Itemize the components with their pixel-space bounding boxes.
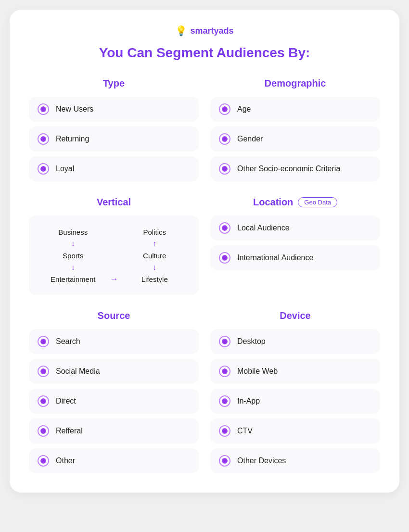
- radio-icon: [219, 103, 230, 115]
- up-arrow-icon: ↑: [153, 239, 156, 249]
- main-card: 💡 smartyads You Can Segment Audiences By…: [10, 10, 399, 493]
- list-item: Desktop: [210, 329, 380, 354]
- item-label: Gender: [237, 135, 263, 143]
- vert-item: Lifestyle: [141, 272, 168, 286]
- list-item: In-App: [210, 389, 380, 414]
- list-item: Other Devices: [210, 448, 380, 473]
- section-source: Source Search Social Media Direct Reffer…: [29, 310, 199, 473]
- item-label: Refferal: [56, 427, 83, 435]
- item-label: New Users: [56, 105, 93, 114]
- list-item: Local Audience: [210, 215, 380, 241]
- section-vertical: Vertical Business ↓ Sports ↓ Entertainme…: [29, 197, 199, 295]
- item-label: International Audience: [237, 253, 313, 262]
- item-label: Other Devices: [237, 456, 286, 465]
- main-title: You Can Segment Audiences By:: [29, 45, 380, 61]
- radio-icon: [38, 133, 49, 145]
- section-location-title-row: Location Geo Data: [210, 197, 380, 208]
- section-location-title: Location: [253, 197, 293, 208]
- radio-icon: [219, 425, 230, 437]
- vert-item: Culture: [143, 249, 166, 263]
- radio-icon: [38, 163, 49, 175]
- down-arrow-icon: ↓: [153, 263, 156, 272]
- item-label: In-App: [237, 397, 260, 405]
- item-label: Other Socio-economic Criteria: [237, 165, 340, 173]
- item-label: Desktop: [237, 337, 266, 346]
- section-device-title: Device: [210, 310, 380, 321]
- radio-icon: [38, 455, 49, 467]
- item-label: Local Audience: [237, 224, 290, 232]
- vert-col-right: Politics ↑ Culture ↓ Lifestyle: [118, 225, 192, 286]
- radio-icon: [219, 133, 230, 145]
- list-item: Other: [29, 448, 199, 473]
- list-item: Refferal: [29, 418, 199, 443]
- vert-item: Entertainment: [51, 272, 95, 286]
- radio-icon: [38, 336, 49, 347]
- item-label: Loyal: [56, 165, 74, 173]
- section-type: Type New Users Returning Loyal: [29, 78, 199, 181]
- list-item: Direct: [29, 389, 199, 414]
- item-label: Direct: [56, 397, 76, 405]
- section-demographic-title: Demographic: [210, 78, 380, 89]
- radio-icon: [219, 366, 230, 377]
- radio-icon: [38, 425, 49, 437]
- list-item: Gender: [210, 127, 380, 152]
- logo-icon: 💡: [175, 25, 187, 37]
- vert-item: Politics: [143, 225, 166, 239]
- radio-icon: [219, 395, 230, 407]
- list-item: International Audience: [210, 245, 380, 270]
- list-item: Loyal: [29, 156, 199, 181]
- radio-icon: [219, 222, 230, 234]
- section-location: Location Geo Data Local Audience Interna…: [210, 197, 380, 295]
- section-type-title: Type: [29, 78, 199, 89]
- section-device: Device Desktop Mobile Web In-App CTV Oth…: [210, 310, 380, 473]
- section-source-title: Source: [29, 310, 199, 321]
- item-label: Returning: [56, 135, 89, 143]
- logo-text: smartyads: [190, 26, 233, 36]
- sections-grid: Type New Users Returning Loyal Demograph…: [29, 78, 380, 473]
- item-label: Search: [56, 337, 80, 346]
- item-label: CTV: [237, 427, 253, 435]
- vert-item: Sports: [63, 249, 83, 263]
- geo-data-badge: Geo Data: [298, 197, 337, 207]
- radio-icon: [219, 252, 230, 264]
- radio-icon: [38, 395, 49, 407]
- section-demographic: Demographic Age Gender Other Socio-econo…: [210, 78, 380, 181]
- vertical-inner: Business ↓ Sports ↓ Entertainment → Poli…: [37, 225, 191, 286]
- vertical-box: Business ↓ Sports ↓ Entertainment → Poli…: [29, 215, 199, 295]
- item-label: Mobile Web: [237, 367, 278, 376]
- down-arrow-icon: ↓: [71, 239, 75, 249]
- list-item: Other Socio-economic Criteria: [210, 156, 380, 181]
- vert-item: Business: [58, 225, 88, 239]
- item-label: Age: [237, 105, 251, 114]
- list-item: CTV: [210, 418, 380, 443]
- list-item: Returning: [29, 127, 199, 152]
- item-label: Social Media: [56, 367, 100, 376]
- list-item: Search: [29, 329, 199, 354]
- section-vertical-title: Vertical: [29, 197, 199, 208]
- list-item: Social Media: [29, 359, 199, 384]
- list-item: Mobile Web: [210, 359, 380, 384]
- right-arrow-icon: →: [110, 225, 118, 286]
- radio-icon: [219, 455, 230, 467]
- item-label: Other: [56, 456, 75, 465]
- vert-col-left: Business ↓ Sports ↓ Entertainment: [37, 225, 110, 286]
- list-item: New Users: [29, 97, 199, 122]
- logo: 💡 smartyads: [29, 25, 380, 37]
- down-arrow-icon: ↓: [71, 263, 75, 272]
- radio-icon: [38, 103, 49, 115]
- radio-icon: [219, 336, 230, 347]
- radio-icon: [219, 163, 230, 175]
- list-item: Age: [210, 97, 380, 122]
- radio-icon: [38, 366, 49, 377]
